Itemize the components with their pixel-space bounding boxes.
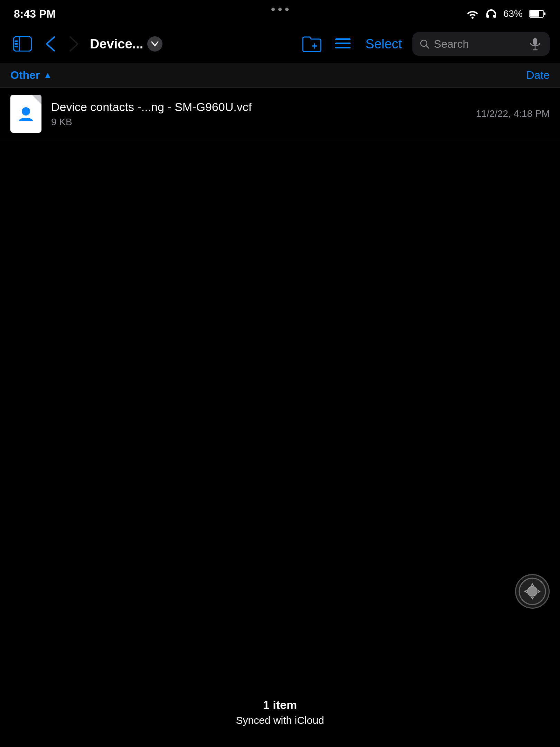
file-name: Device contacts -...ng - SM-G960U.vcf <box>51 100 476 114</box>
svg-rect-10 <box>335 38 351 40</box>
back-button[interactable] <box>41 32 59 56</box>
file-info: Device contacts -...ng - SM-G960U.vcf 9 … <box>51 100 476 128</box>
section-title: Other <box>10 69 40 82</box>
item-count: 1 item <box>0 698 560 712</box>
wifi-icon <box>466 9 479 19</box>
file-list: Device contacts -...ng - SM-G960U.vcf 9 … <box>0 88 560 140</box>
file-size: 9 KB <box>51 117 476 128</box>
add-folder-button[interactable] <box>300 32 324 56</box>
battery-percentage: 63% <box>503 8 523 19</box>
search-bar[interactable]: Search <box>412 32 550 56</box>
select-label: Select <box>362 37 405 51</box>
status-time: 8:43 PM <box>14 8 56 20</box>
search-placeholder: Search <box>434 38 523 50</box>
list-view-button[interactable] <box>331 32 355 56</box>
svg-rect-11 <box>335 43 351 44</box>
battery-icon <box>529 9 546 18</box>
svg-point-18 <box>22 107 30 116</box>
select-button[interactable]: Select <box>362 37 405 52</box>
svg-rect-2 <box>530 11 539 17</box>
svg-point-20 <box>528 587 537 596</box>
svg-rect-1 <box>544 12 545 15</box>
nav-chevron-button[interactable] <box>147 36 162 52</box>
section-date-label: Date <box>526 69 550 82</box>
dot-2 <box>278 8 282 11</box>
accessibility-control-icon[interactable] <box>515 574 550 609</box>
svg-rect-7 <box>15 46 18 47</box>
svg-rect-5 <box>15 40 18 42</box>
svg-rect-12 <box>335 47 351 48</box>
navigation-bar: Device... Select <box>0 25 560 63</box>
vcf-file-icon <box>10 95 41 133</box>
footer: 1 item Synced with iCloud <box>0 698 560 726</box>
sidebar-toggle-button[interactable] <box>10 32 35 56</box>
nav-title-area: Device... <box>90 36 162 52</box>
status-dots <box>271 8 289 11</box>
microphone-button[interactable] <box>528 36 543 52</box>
search-icon <box>419 39 430 49</box>
chevron-up-icon: ▲ <box>43 70 52 81</box>
svg-rect-15 <box>533 38 537 45</box>
dot-1 <box>271 8 275 11</box>
sync-status: Synced with iCloud <box>0 714 560 726</box>
nav-title: Device... <box>90 37 143 52</box>
headphone-icon <box>485 9 497 19</box>
section-header: Other ▲ Date <box>0 63 560 88</box>
svg-rect-6 <box>15 43 18 45</box>
status-icons: 63% <box>466 8 546 19</box>
status-bar: 8:43 PM 63% <box>0 0 560 25</box>
table-row[interactable]: Device contacts -...ng - SM-G960U.vcf 9 … <box>0 88 560 140</box>
svg-line-14 <box>426 46 429 48</box>
section-title-area[interactable]: Other ▲ <box>10 69 52 82</box>
dot-3 <box>285 8 289 11</box>
forward-button[interactable] <box>66 32 83 56</box>
file-date: 11/2/22, 4:18 PM <box>476 108 550 119</box>
